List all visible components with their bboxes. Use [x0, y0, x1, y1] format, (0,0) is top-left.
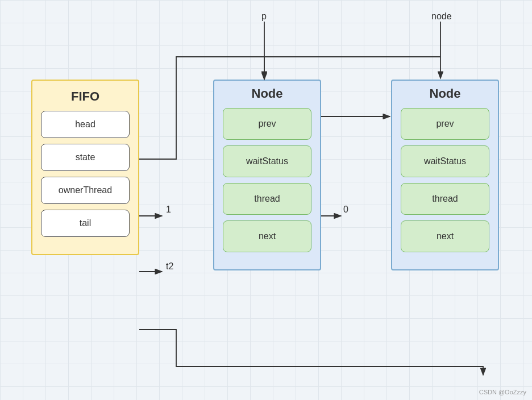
- owner-value-label: t2: [166, 261, 173, 272]
- node2-field-waitstatus: waitStatus: [401, 145, 489, 177]
- node1-title: Node: [223, 86, 311, 101]
- fifo-field-state: state: [41, 144, 130, 171]
- fifo-field-ownerthread: ownerThread: [41, 177, 130, 204]
- pointer-p-label: p: [261, 11, 267, 22]
- fifo-field-head: head: [41, 111, 130, 138]
- fifo-container: FIFO head state ownerThread tail: [31, 80, 139, 255]
- node1-container: Node prev waitStatus thread next: [213, 80, 321, 270]
- node1-field-next: next: [223, 220, 311, 252]
- fifo-field-tail: tail: [41, 210, 130, 237]
- pointer-node-label: node: [431, 11, 452, 22]
- node2-field-prev: prev: [401, 108, 489, 140]
- node2-title: Node: [401, 86, 489, 101]
- diagram: FIFO head state ownerThread tail Node pr…: [0, 0, 532, 400]
- fifo-title: FIFO: [41, 89, 130, 104]
- state-value-label: 1: [166, 205, 171, 215]
- node1-field-thread: thread: [223, 183, 311, 215]
- waitstatus-value-label: 0: [343, 205, 348, 215]
- node2-field-thread: thread: [401, 183, 489, 215]
- node2-field-next: next: [401, 220, 489, 252]
- node1-field-prev: prev: [223, 108, 311, 140]
- node1-field-waitstatus: waitStatus: [223, 145, 311, 177]
- node2-container: Node prev waitStatus thread next: [391, 80, 499, 270]
- watermark: CSDN @OoZzzy: [479, 389, 526, 395]
